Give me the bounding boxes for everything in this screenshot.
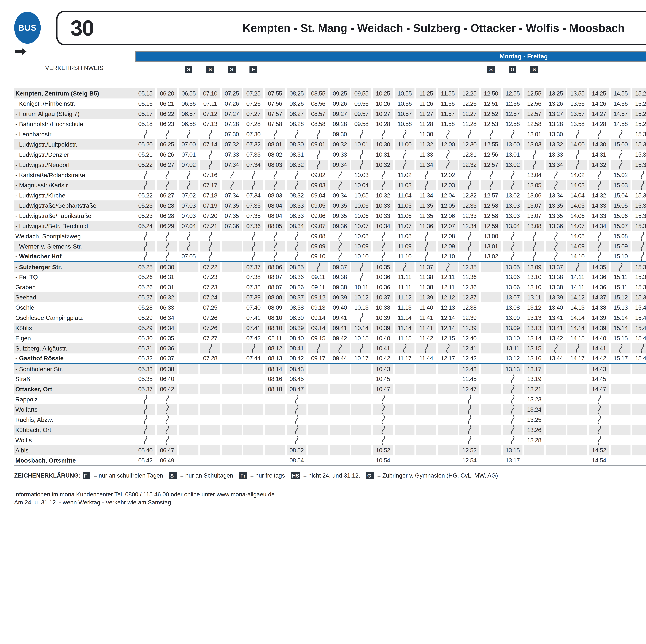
station-row: Öschle05.2806.3307.2507.4008.0908.3809.1…: [14, 302, 646, 312]
time-cell: 06.57: [178, 109, 199, 119]
time-cell: 14.17: [566, 354, 588, 364]
time-cell: 14.55: [610, 88, 631, 98]
time-cell: [178, 323, 199, 333]
wavy-line-icon: [273, 181, 278, 190]
time-cell: 05.18: [135, 119, 156, 129]
time-cell: [350, 374, 372, 384]
service-symbol-cell: [307, 62, 329, 74]
station-row: - Ludwigstr./Kirche05.2206.2707.0207.180…: [14, 190, 646, 200]
time-cell: [178, 333, 199, 343]
time-cell: 14.15: [566, 333, 588, 343]
wavy-line-icon: [575, 263, 580, 272]
time-cell: [502, 435, 523, 445]
time-cell: 14.39: [588, 312, 610, 323]
time-cell: 14.36: [588, 272, 610, 282]
time-cell: 08.02: [264, 150, 286, 160]
time-cell: 06.22: [156, 109, 178, 119]
time-cell: [502, 129, 523, 139]
wavy-line-icon: [359, 344, 364, 353]
time-cell: 08.27: [286, 109, 307, 119]
bus-logo-label: BUS: [18, 23, 36, 32]
time-cell: 11.44: [415, 354, 437, 364]
time-cell: 05.35: [135, 374, 156, 384]
time-cell: [480, 323, 502, 333]
time-cell: [545, 343, 566, 354]
time-cell: [480, 180, 502, 190]
time-cell: 11.03: [394, 180, 415, 190]
time-cell: [480, 415, 502, 425]
service-symbol-cell: [437, 62, 458, 74]
time-cell: [415, 455, 437, 466]
wavy-line-icon: [273, 232, 278, 241]
time-cell: 15.26: [631, 98, 646, 109]
time-cell: [178, 364, 199, 374]
time-cell: 05.40: [135, 445, 156, 455]
time-cell: 13.11: [523, 292, 545, 302]
time-cell: [329, 343, 350, 354]
time-cell: [631, 384, 646, 394]
time-cell: 13.09: [523, 262, 545, 272]
time-cell: [264, 252, 286, 262]
time-cell: [415, 241, 437, 252]
time-cell: 15.14: [610, 312, 631, 323]
time-cell: [566, 384, 588, 394]
wavy-line-icon: [165, 242, 170, 251]
wavy-line-icon: [186, 232, 191, 241]
time-cell: 07.44: [242, 354, 264, 364]
time-cell: 12.12: [437, 292, 458, 302]
time-cell: 14.47: [588, 384, 610, 394]
time-cell: [588, 252, 610, 262]
service-symbol-cell: S: [221, 62, 242, 74]
time-cell: 13.10: [523, 282, 545, 292]
time-cell: [566, 415, 588, 425]
time-cell: [480, 374, 502, 384]
time-cell: 10.32: [372, 160, 394, 170]
time-cell: 08.07: [264, 272, 286, 282]
time-cell: 08.06: [264, 262, 286, 272]
time-cell: 06.27: [156, 190, 178, 200]
time-cell: 05.23: [135, 200, 156, 211]
time-cell: [545, 455, 566, 466]
time-cell: 15.30: [631, 129, 646, 139]
time-cell: 13.05: [523, 180, 545, 190]
time-cell: 09.44: [329, 354, 350, 364]
time-cell: [566, 343, 588, 354]
time-cell: [178, 262, 199, 272]
time-cell: 12.14: [437, 312, 458, 323]
time-cell: [264, 241, 286, 252]
direction-arrow-icon: [15, 50, 22, 53]
footer-info: Informationen im mona Kundencenter Tel. …: [14, 490, 275, 507]
time-cell: [135, 180, 156, 190]
time-cell: [437, 129, 458, 139]
station-row: - Werner-v.-Siemens-Str.09.0910.0911.091…: [14, 241, 646, 252]
time-cell: 15.41: [631, 312, 646, 323]
time-cell: [156, 435, 178, 445]
time-cell: [523, 252, 545, 262]
time-cell: 11.38: [415, 282, 437, 292]
time-cell: 11.42: [415, 333, 437, 343]
time-cell: [350, 129, 372, 139]
time-cell: [286, 415, 307, 425]
time-cell: [264, 231, 286, 241]
time-cell: [329, 435, 350, 445]
wavy-line-icon: [510, 405, 515, 414]
time-cell: 14.26: [588, 98, 610, 109]
time-cell: 10.39: [372, 323, 394, 333]
wavy-line-icon: [424, 242, 429, 251]
time-cell: 15.08: [610, 231, 631, 241]
time-cell: 11.55: [437, 88, 458, 98]
time-cell: 10.33: [372, 211, 394, 221]
time-cell: 14.31: [588, 150, 610, 160]
wavy-line-icon: [165, 416, 170, 424]
time-cell: [199, 374, 221, 384]
time-cell: [199, 364, 221, 374]
time-cell: 13.07: [502, 292, 523, 302]
service-symbol-s-badge: S: [228, 66, 235, 73]
wavy-line-icon: [532, 150, 537, 159]
time-cell: 05.21: [135, 150, 156, 160]
time-cell: 07.35: [242, 200, 264, 211]
time-cell: [350, 415, 372, 425]
time-cell: [307, 415, 329, 425]
time-cell: [394, 415, 415, 425]
time-cell: [178, 272, 199, 282]
